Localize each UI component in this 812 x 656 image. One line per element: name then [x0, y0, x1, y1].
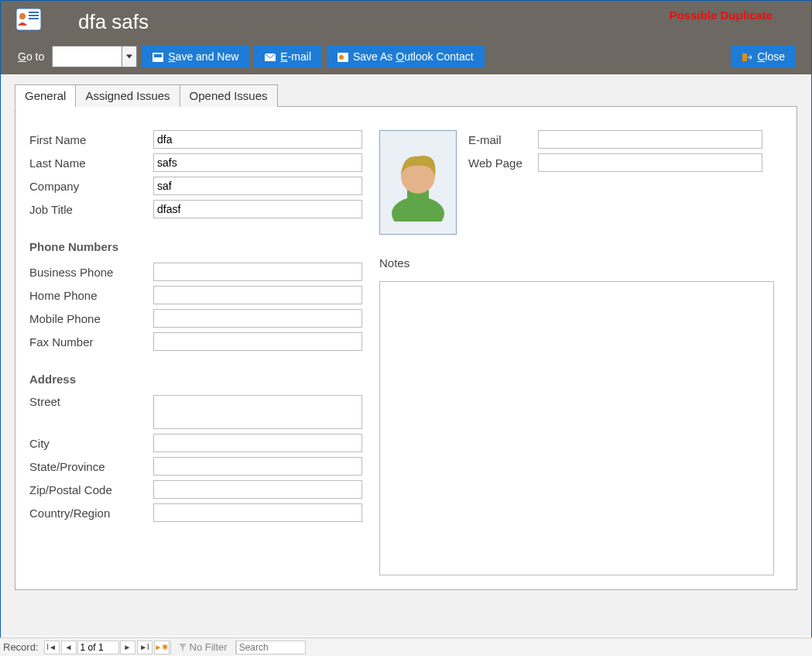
first-record-button[interactable]: I◄ — [44, 641, 60, 654]
svg-rect-1 — [29, 12, 39, 13]
general-panel: First Name Last Name Company Job Title P… — [15, 106, 797, 590]
notes-textarea[interactable] — [379, 281, 774, 575]
svg-rect-6 — [154, 54, 162, 57]
prev-record-button[interactable]: ◄ — [61, 641, 77, 654]
home-phone-input[interactable] — [153, 286, 362, 304]
city-label: City — [29, 437, 153, 450]
webpage-label: Web Page — [468, 156, 538, 170]
next-record-button[interactable]: ► — [120, 641, 135, 654]
phone-section-header: Phone Numbers — [29, 240, 370, 253]
street-input[interactable] — [153, 395, 362, 429]
city-input[interactable] — [153, 434, 362, 452]
record-label: Record: — [0, 641, 43, 653]
webpage-input[interactable] — [538, 153, 762, 172]
first-name-input[interactable] — [153, 130, 362, 149]
filter-status[interactable]: No Filter — [170, 641, 236, 654]
tab-opened-issues[interactable]: Opened Issues — [180, 84, 278, 107]
company-label: Company — [29, 180, 153, 193]
last-name-input[interactable] — [153, 153, 362, 172]
close-button[interactable]: Close — [731, 46, 796, 67]
notes-label: Notes — [379, 256, 409, 270]
last-record-button[interactable]: ►I — [137, 641, 152, 654]
header-bar: dfa safs Possible Duplicate Go to Save a… — [1, 1, 811, 74]
job-title-input[interactable] — [153, 200, 362, 218]
save-as-outlook-button[interactable]: Save As Outlook Contact — [327, 46, 485, 67]
street-label: Street — [29, 395, 153, 408]
state-label: State/Province — [29, 460, 153, 473]
country-input[interactable] — [153, 503, 362, 522]
business-phone-label: Business Phone — [29, 266, 153, 279]
record-navigation-bar: Record: I◄ ◄ ► ►I ►✱ No Filter — [0, 637, 812, 656]
toolbar: Go to Save and New E-mail Save As Outloo… — [18, 46, 485, 67]
page-title: dfa safs — [78, 10, 149, 34]
email-label: E-mail — [468, 133, 538, 146]
person-placeholder-icon — [387, 144, 449, 222]
tab-strip: General Assigned Issues Opened Issues — [15, 84, 797, 107]
filter-icon — [179, 644, 187, 651]
email-button[interactable]: E-mail — [254, 46, 322, 67]
save-and-new-button[interactable]: Save and New — [142, 46, 249, 67]
country-label: Country/Region — [29, 507, 153, 520]
outlook-icon — [337, 52, 348, 61]
record-position-input[interactable] — [77, 641, 119, 654]
state-input[interactable] — [153, 457, 362, 476]
mobile-phone-label: Mobile Phone — [29, 312, 153, 325]
svg-rect-3 — [29, 18, 39, 19]
contact-photo[interactable] — [379, 130, 457, 235]
fax-number-label: Fax Number — [29, 335, 153, 349]
company-input[interactable] — [153, 177, 362, 195]
tab-general[interactable]: General — [15, 84, 76, 107]
tab-assigned-issues[interactable]: Assigned Issues — [75, 84, 180, 107]
envelope-icon — [265, 52, 276, 61]
duplicate-warning: Possible Duplicate — [670, 9, 773, 22]
contact-card-icon — [15, 7, 43, 32]
svg-point-9 — [339, 55, 344, 60]
svg-rect-10 — [742, 53, 747, 61]
goto-label: Go to — [18, 50, 44, 63]
content-area: General Assigned Issues Opened Issues Fi… — [1, 74, 811, 636]
zip-label: Zip/Postal Code — [29, 483, 153, 496]
mobile-phone-input[interactable] — [153, 309, 362, 328]
door-exit-icon — [742, 52, 752, 61]
zip-input[interactable] — [153, 480, 362, 499]
home-phone-label: Home Phone — [29, 289, 153, 302]
last-name-label: Last Name — [29, 156, 153, 170]
business-phone-input[interactable] — [153, 263, 362, 281]
first-name-label: First Name — [29, 133, 153, 146]
search-input[interactable] — [236, 641, 306, 654]
svg-rect-2 — [29, 15, 39, 16]
job-title-label: Job Title — [29, 203, 153, 216]
goto-dropdown[interactable] — [52, 46, 137, 67]
email-input[interactable] — [538, 130, 762, 149]
save-icon — [152, 52, 163, 61]
svg-point-4 — [19, 13, 26, 19]
new-record-button[interactable]: ►✱ — [154, 641, 170, 654]
fax-number-input[interactable] — [153, 332, 362, 351]
address-section-header: Address — [29, 373, 370, 386]
